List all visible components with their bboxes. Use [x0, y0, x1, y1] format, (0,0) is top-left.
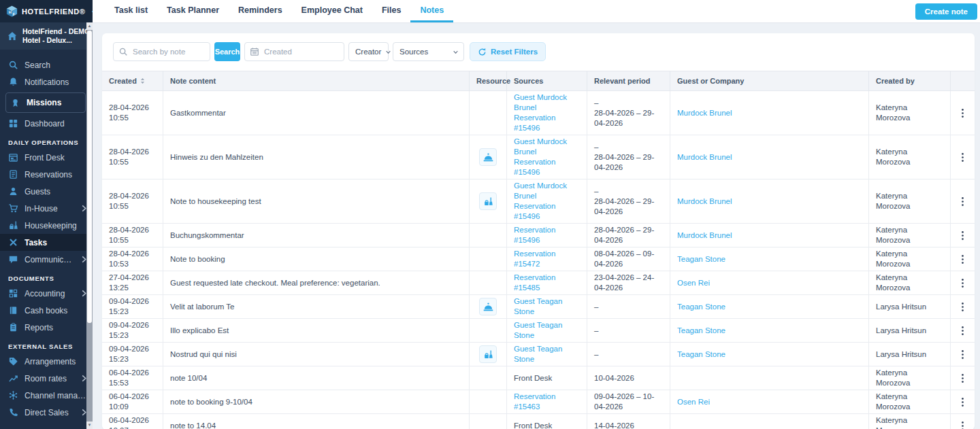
- source-link[interactable]: Reservation #15496: [514, 157, 580, 177]
- guests-icon: [8, 186, 18, 196]
- search-button[interactable]: Search: [214, 42, 240, 61]
- sidebar-item-arrangements[interactable]: Arrangements: [0, 353, 93, 370]
- cell-guest-or-company: Osen Rei: [670, 271, 869, 295]
- sidebar-item-reservations[interactable]: Reservations: [0, 166, 93, 183]
- tab-bar: Task listTask PlannerRemindersEmployee C…: [105, 0, 453, 22]
- tab-task-list[interactable]: Task list: [105, 0, 157, 22]
- row-actions-button[interactable]: [958, 419, 967, 429]
- row-actions-button[interactable]: [958, 229, 967, 242]
- create-note-button[interactable]: Create note: [915, 3, 977, 20]
- guest-link[interactable]: Teagan Stone: [677, 349, 725, 360]
- source-link[interactable]: Reservation #15463: [514, 392, 580, 412]
- source-link[interactable]: Guest Murdock Brunel: [514, 92, 580, 113]
- tab-task-planner[interactable]: Task Planner: [157, 0, 229, 22]
- scrollbar-up-icon[interactable]: ▲: [86, 22, 93, 30]
- accounting-icon: [8, 288, 18, 298]
- sidebar-item-in-house[interactable]: In-House: [0, 200, 93, 217]
- sidebar-item-tasks[interactable]: Tasks: [0, 234, 93, 251]
- source-link[interactable]: Reservation #15496: [514, 201, 580, 222]
- row-actions-button[interactable]: [958, 301, 967, 313]
- created-date-input[interactable]: [244, 42, 344, 61]
- cell-created: 27-04-2026 13:25: [102, 271, 163, 295]
- row-actions-button[interactable]: [958, 348, 967, 361]
- arrangements-icon: [8, 356, 18, 366]
- cell-actions: [951, 390, 975, 414]
- column-header-created[interactable]: Created: [102, 71, 163, 90]
- sidebar-item-label: Missions: [27, 98, 82, 107]
- kebab-menu-icon: [961, 254, 964, 264]
- sidebar-item-missions[interactable]: Missions: [5, 92, 86, 113]
- source-link[interactable]: Reservation #15485: [514, 273, 580, 293]
- sidebar-item-room-rates[interactable]: Room rates: [0, 370, 93, 387]
- row-actions-button[interactable]: [958, 151, 967, 164]
- tab-notes[interactable]: Notes: [410, 0, 453, 22]
- row-actions-button[interactable]: [958, 277, 967, 290]
- sidebar-item-label: Communications: [24, 255, 75, 264]
- sidebar-scrollbar[interactable]: ▲ ▼: [86, 22, 93, 429]
- column-header-created-by: Created by: [869, 71, 951, 90]
- reset-filters-button[interactable]: Reset Filters: [470, 42, 546, 61]
- scrollbar-down-icon[interactable]: ▼: [86, 422, 93, 429]
- row-actions-button[interactable]: [958, 324, 967, 337]
- cell-note-content: Gastkommentar: [163, 91, 470, 135]
- refresh-icon: [478, 48, 487, 56]
- guest-link[interactable]: Osen Rei: [677, 278, 710, 288]
- sidebar-item-notifications[interactable]: Notifications: [0, 73, 93, 90]
- reports-icon: [8, 322, 18, 332]
- guest-link[interactable]: Murdock Brunel: [677, 196, 732, 207]
- source-link[interactable]: Reservation #15472: [514, 249, 580, 269]
- cell-note-content: Hinweis zu den Mahlzeiten: [163, 135, 470, 179]
- cell-created: 09-04-2026 15:23: [102, 343, 163, 366]
- sidebar-item-reports[interactable]: Reports: [0, 319, 93, 336]
- sidebar-item-direct-sales[interactable]: Direct Sales: [0, 404, 93, 421]
- tab-employee-chat[interactable]: Employee Chat: [292, 0, 372, 22]
- sidebar-item-search[interactable]: Search: [0, 56, 93, 73]
- source-link[interactable]: Guest Murdock Brunel: [514, 181, 580, 201]
- logo-text: HOTELFRIEND®: [22, 7, 86, 16]
- cell-created: 28-04-2026 10:55: [102, 135, 163, 179]
- row-actions-button[interactable]: [958, 372, 967, 385]
- sidebar-item-dashboard[interactable]: Dashboard: [0, 115, 93, 132]
- column-header-resource: Resource: [470, 71, 507, 90]
- sidebar-item-communications[interactable]: Communications: [0, 251, 93, 268]
- column-header-label: Created by: [876, 77, 915, 85]
- row-actions-button[interactable]: [958, 195, 967, 208]
- creator-dropdown[interactable]: Creator: [348, 42, 389, 61]
- cell-resource: [470, 295, 507, 319]
- guest-link[interactable]: Teagan Stone: [677, 254, 725, 264]
- sidebar-item-front-desk[interactable]: Front Desk: [0, 149, 93, 166]
- source-link[interactable]: Guest Teagan Stone: [514, 296, 580, 317]
- guest-link[interactable]: Murdock Brunel: [677, 230, 732, 241]
- cell-created-by: Kateryna Morozova: [869, 247, 951, 271]
- guest-link[interactable]: Osen Rei: [677, 397, 710, 407]
- source-link[interactable]: Reservation #15496: [514, 225, 580, 245]
- scrollbar-thumb[interactable]: [87, 31, 92, 323]
- column-header-sources: Sources: [507, 71, 587, 90]
- row-actions-button[interactable]: [958, 107, 967, 120]
- row-actions-button[interactable]: [958, 253, 967, 266]
- guest-link[interactable]: Teagan Stone: [677, 326, 725, 336]
- sidebar-item-accounting[interactable]: Accounting: [0, 285, 93, 302]
- row-actions-button[interactable]: [958, 396, 967, 409]
- cell-relevant-period: 23-04-2026 – 24-04-2026: [587, 271, 670, 295]
- sources-dropdown[interactable]: Sources: [393, 42, 464, 61]
- source-link[interactable]: Guest Murdock Brunel: [514, 137, 580, 157]
- guest-link[interactable]: Murdock Brunel: [677, 108, 732, 118]
- period-text: –: [594, 98, 598, 108]
- source-link[interactable]: Reservation #15496: [514, 113, 580, 133]
- cell-note-content: Illo explicabo Est: [163, 319, 470, 343]
- source-link[interactable]: Guest Teagan Stone: [514, 344, 580, 364]
- source-link[interactable]: Guest Teagan Stone: [514, 320, 580, 341]
- sidebar-item-cash-books[interactable]: Cash books: [0, 302, 93, 319]
- hotel-selector[interactable]: HotelFriend - DEMO Hotel - Delux...: [0, 22, 93, 50]
- tab-reminders[interactable]: Reminders: [229, 0, 292, 22]
- guest-link[interactable]: Murdock Brunel: [677, 152, 732, 162]
- tab-files[interactable]: Files: [372, 0, 411, 22]
- sidebar-item-guests[interactable]: Guests: [0, 183, 93, 200]
- service-bell-icon: [483, 301, 494, 313]
- collapse-sidebar-icon[interactable]: [91, 7, 93, 16]
- guest-link[interactable]: Teagan Stone: [677, 302, 725, 312]
- period-text: 28-04-2026 – 29-04-2026: [594, 225, 663, 245]
- sidebar-item-channel-manager[interactable]: Channel manager: [0, 387, 93, 404]
- sidebar-item-housekeeping[interactable]: Housekeeping: [0, 217, 93, 234]
